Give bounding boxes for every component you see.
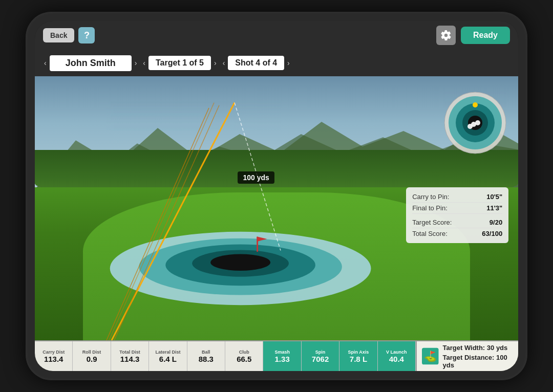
target-score-value: 9/20 (490, 219, 502, 226)
data-cell-label-2: Total Dist (119, 350, 140, 355)
target-info: ⛳ Target Width: 30 yds Target Distance: … (416, 341, 518, 371)
data-cell-label-1: Roll Dist (82, 350, 101, 355)
tablet-frame: Back ? Ready ‹ John Smith › (26, 12, 527, 380)
target-width-row: Target Width: 30 yds (443, 343, 513, 353)
data-cell-label-0: Carry Dist (42, 350, 65, 355)
total-score-label: Total Score: (412, 230, 448, 237)
data-cell-label-5: Club (239, 350, 249, 355)
data-cell-label-3: Lateral Dist (155, 350, 180, 355)
stats-panel: Carry to Pin: 10'5" Final to Pin: 11'3" … (406, 187, 508, 243)
data-cell-6: Smash 1.33 (263, 341, 301, 371)
data-cell-label-9: V Launch (386, 350, 407, 355)
data-cell-5: Club 66.5 (225, 341, 263, 371)
final-to-pin-value: 11'3" (486, 204, 502, 212)
final-to-pin-row: Final to Pin: 11'3" (412, 203, 502, 214)
player-next-arrow[interactable]: › (134, 59, 138, 67)
data-cell-value-6: 1.33 (275, 355, 290, 363)
shot-prev-arrow[interactable]: ‹ (222, 59, 226, 67)
target-distance-row: Target Distance: 100 yds (443, 353, 513, 370)
distance-label: 100 yds (238, 171, 274, 184)
main-viewport: 100 yds (35, 76, 518, 340)
data-cell-value-1: 0.9 (87, 355, 97, 363)
svg-point-22 (473, 102, 478, 107)
data-cell-label-8: Spin Axis (348, 350, 369, 355)
total-score-row: Total Score: 63/100 (412, 228, 502, 239)
target-score-label: Target Score: (412, 219, 452, 226)
data-bar: Carry Dist 113.4 Roll Dist 0.9 Total Dis… (35, 340, 518, 371)
data-cell-label-6: Smash (274, 350, 290, 355)
data-cell-value-9: 40.4 (389, 355, 404, 363)
data-cell-value-3: 6.4 L (159, 355, 177, 363)
target-info-text: Target Width: 30 yds Target Distance: 10… (443, 343, 513, 370)
target-info-row: ⛳ Target Width: 30 yds Target Distance: … (422, 343, 513, 370)
shot-next-arrow[interactable]: › (286, 59, 291, 67)
carry-to-pin-row: Carry to Pin: 10'5" (412, 191, 502, 203)
final-to-pin-label: Final to Pin: (412, 204, 448, 212)
svg-text:⛳: ⛳ (424, 350, 437, 362)
data-cell-label-4: Ball (202, 350, 210, 355)
total-score-value: 63/100 (482, 230, 502, 237)
target-label: Target 1 of 5 (148, 56, 211, 70)
svg-point-21 (475, 120, 480, 125)
tablet-screen: Back ? Ready ‹ John Smith › (35, 21, 518, 371)
help-button[interactable]: ? (78, 27, 95, 43)
settings-button[interactable] (436, 26, 456, 45)
data-cell-value-5: 66.5 (237, 355, 251, 363)
mini-target (442, 90, 508, 156)
player-name-label: John Smith (50, 55, 132, 71)
data-cells: Carry Dist 113.4 Roll Dist 0.9 Total Dis… (35, 341, 416, 371)
data-cell-value-0: 113.4 (44, 355, 63, 363)
shot-label: Shot 4 of 4 (228, 56, 284, 70)
target-prev-arrow[interactable]: ‹ (142, 59, 146, 67)
target-area (108, 182, 373, 309)
target-selector: ‹ Target 1 of 5 › (142, 56, 217, 70)
header-left: Back ? (43, 27, 95, 43)
carry-to-pin-value: 10'5" (486, 193, 502, 201)
selector-bar: ‹ John Smith › ‹ Target 1 of 5 › ‹ Shot … (35, 50, 518, 76)
svg-point-6 (210, 254, 270, 271)
header-right: Ready (436, 26, 510, 45)
data-cell-9: V Launch 40.4 (378, 341, 416, 371)
data-cell-value-4: 88.3 (199, 355, 214, 363)
golf-club-icon: ⛳ (422, 347, 439, 365)
target-next-arrow[interactable]: › (213, 59, 218, 67)
data-cell-value-8: 7.8 L (350, 355, 367, 363)
player-prev-arrow[interactable]: ‹ (43, 59, 48, 67)
data-cell-1: Roll Dist 0.9 (73, 341, 111, 371)
data-cell-value-2: 114.3 (120, 355, 140, 363)
data-cell-value-7: 7062 (312, 355, 329, 363)
header-bar: Back ? Ready (35, 21, 518, 50)
ready-button[interactable]: Ready (461, 27, 510, 44)
screen: Back ? Ready ‹ John Smith › (35, 21, 518, 371)
target-score-row: Target Score: 9/20 (412, 217, 502, 228)
data-cell-3: Lateral Dist 6.4 L (149, 341, 187, 371)
data-cell-7: Spin 7062 (302, 341, 339, 371)
carry-to-pin-label: Carry to Pin: (412, 193, 449, 201)
data-cell-label-7: Spin (315, 350, 326, 355)
data-cell-0: Carry Dist 113.4 (35, 341, 73, 371)
player-selector: ‹ John Smith › (43, 55, 138, 71)
shot-selector: ‹ Shot 4 of 4 › (222, 56, 291, 70)
data-cell-4: Ball 88.3 (187, 341, 225, 371)
back-button[interactable]: Back (43, 28, 74, 42)
data-cell-2: Total Dist 114.3 (111, 341, 149, 371)
data-cell-8: Spin Axis 7.8 L (339, 341, 377, 371)
